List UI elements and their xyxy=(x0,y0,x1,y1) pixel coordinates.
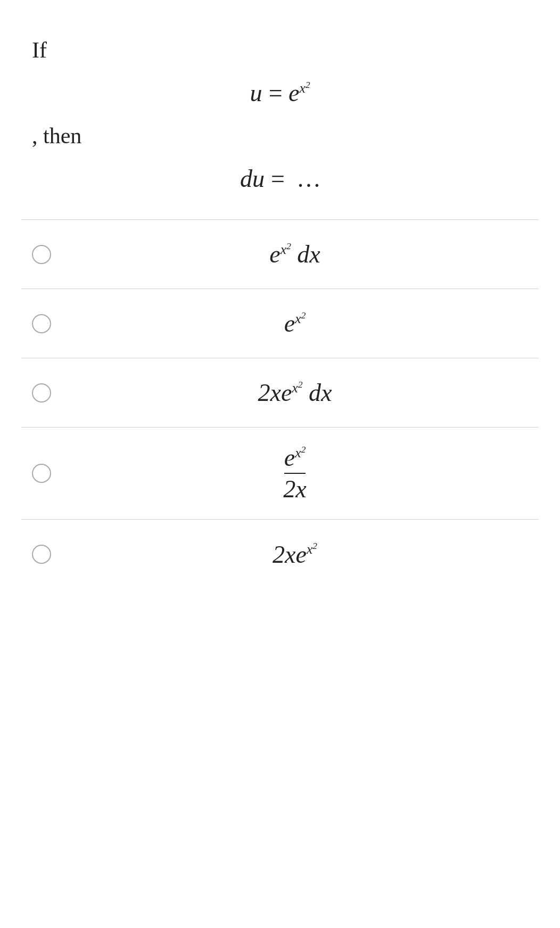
radio-option-b[interactable] xyxy=(32,314,51,333)
option-label-c: 2xex2 dx xyxy=(62,379,528,407)
option-label-e: 2xex2 xyxy=(62,540,528,569)
option-label-b: ex2 xyxy=(62,309,528,338)
option-label-d: ex2 2x xyxy=(62,444,528,503)
then-label: , then xyxy=(32,123,528,149)
option-row-a: ex2 dx xyxy=(21,220,539,289)
radio-option-c[interactable] xyxy=(32,383,51,403)
option-label-a: ex2 dx xyxy=(62,240,528,268)
equation-du: du = … xyxy=(32,165,528,193)
question-header: If u = ex2 , then du = … xyxy=(21,21,539,219)
option-row-d: ex2 2x xyxy=(21,428,539,520)
option-row-e: 2xex2 xyxy=(21,520,539,589)
equation-u: u = ex2 xyxy=(32,79,528,107)
option-row-b: ex2 xyxy=(21,289,539,358)
page: If u = ex2 , then du = … ex2 dx ex2 2xex… xyxy=(0,0,560,928)
radio-option-d[interactable] xyxy=(32,464,51,483)
radio-option-a[interactable] xyxy=(32,245,51,264)
if-label: If xyxy=(32,37,528,63)
radio-option-e[interactable] xyxy=(32,545,51,564)
option-row-c: 2xex2 dx xyxy=(21,358,539,428)
